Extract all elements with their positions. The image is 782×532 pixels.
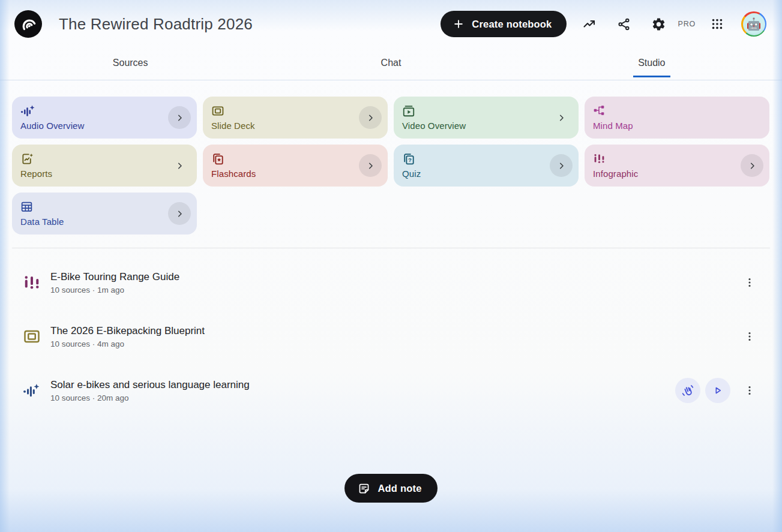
- card-reports[interactable]: Reports: [12, 145, 197, 187]
- tab-chat[interactable]: Chat: [260, 48, 521, 80]
- card-mind-map[interactable]: Mind Map: [585, 97, 769, 139]
- artifact-row-audio-overview[interactable]: Solar e-bikes and serious language learn…: [0, 363, 782, 417]
- note-add-icon: [358, 482, 370, 495]
- infographic-icon: [593, 152, 761, 164]
- artifact-text: E-Bike Touring Range Guide 10 sources · …: [50, 271, 179, 294]
- card-audio-overview[interactable]: Audio Overview: [12, 97, 197, 139]
- chevron-right-button[interactable]: [359, 154, 382, 177]
- artifact-title: The 2026 E-Bikepacking Blueprint: [50, 325, 205, 337]
- notebook-title[interactable]: The Rewired Roadtrip 2026: [59, 15, 253, 34]
- artifact-meta: 10 sources · 4m ago: [50, 339, 205, 348]
- artifact-text: Solar e-bikes and serious language learn…: [50, 379, 250, 402]
- card-video-overview[interactable]: Video Overview: [394, 97, 579, 139]
- notebooklm-app: The Rewired Roadtrip 2026 Create noteboo…: [0, 0, 782, 532]
- studio-card-grid: Audio Overview Slide Deck Video Overview…: [12, 97, 770, 235]
- card-data-table[interactable]: Data Table: [12, 193, 197, 235]
- mind-map-icon: [593, 104, 761, 116]
- slide-deck-icon: [23, 327, 42, 345]
- create-notebook-label: Create notebook: [472, 19, 552, 30]
- share-icon: [617, 17, 631, 31]
- add-note-container: Add note: [0, 474, 782, 503]
- infographic-icon: [23, 273, 42, 291]
- card-infographic[interactable]: Infographic: [585, 145, 769, 187]
- artifact-title: E-Bike Touring Range Guide: [50, 271, 179, 283]
- chevron-right-button[interactable]: [168, 106, 191, 129]
- chevron-right-button[interactable]: [359, 106, 382, 129]
- panel-tabs: Sources Chat Studio: [0, 48, 782, 80]
- artifact-meta: 10 sources · 1m ago: [50, 285, 179, 294]
- flashcards-icon: [211, 152, 379, 164]
- add-note-button[interactable]: Add note: [344, 474, 437, 503]
- google-apps-button[interactable]: [705, 12, 729, 36]
- chevron-right-button[interactable]: [550, 154, 573, 177]
- more-options-button[interactable]: [738, 378, 762, 402]
- trending-up-icon: [582, 17, 597, 31]
- chevron-right-button[interactable]: [168, 202, 191, 225]
- pro-badge: PRO: [678, 20, 696, 28]
- artifact-list: E-Bike Touring Range Guide 10 sources · …: [0, 248, 782, 417]
- audio-waveform-sparkle-icon: [20, 104, 188, 116]
- analytics-button[interactable]: [577, 12, 601, 36]
- plus-icon: [453, 18, 465, 30]
- artifact-row-slide-deck[interactable]: The 2026 E-Bikepacking Blueprint 10 sour…: [0, 309, 782, 363]
- tab-sources[interactable]: Sources: [0, 48, 260, 80]
- slide-deck-icon: [211, 104, 379, 116]
- notebooklm-logo[interactable]: [14, 10, 42, 38]
- share-button[interactable]: [612, 12, 636, 36]
- quiz-icon: ?: [402, 152, 570, 164]
- play-button[interactable]: [705, 378, 730, 403]
- more-options-button[interactable]: [738, 270, 762, 294]
- interactive-mode-icon: [681, 384, 694, 397]
- studio-panel: Audio Overview Slide Deck Video Overview…: [0, 80, 782, 248]
- artifact-meta: 10 sources · 20m ago: [50, 393, 250, 402]
- play-icon: [712, 384, 724, 396]
- artifact-actions: [735, 324, 762, 348]
- card-flashcards[interactable]: Flashcards: [203, 145, 388, 187]
- artifact-title: Solar e-bikes and serious language learn…: [50, 379, 250, 391]
- apps-grid-icon: [711, 17, 724, 31]
- audio-waveform-sparkle-icon: [23, 383, 42, 398]
- add-note-label: Add note: [377, 483, 421, 494]
- data-table-icon: [20, 200, 188, 212]
- avatar-robot-image: 🤖: [743, 13, 765, 35]
- artifact-actions: [675, 378, 762, 403]
- gear-icon: [651, 17, 666, 32]
- more-options-button[interactable]: [738, 324, 762, 348]
- chevron-right-button[interactable]: [741, 154, 763, 177]
- interactive-mode-button[interactable]: [675, 378, 700, 403]
- artifact-row-infographic[interactable]: E-Bike Touring Range Guide 10 sources · …: [0, 256, 782, 309]
- artifact-actions: [735, 270, 762, 294]
- create-notebook-button[interactable]: Create notebook: [441, 11, 566, 37]
- card-quiz[interactable]: ? Quiz: [394, 145, 579, 187]
- settings-button[interactable]: [647, 12, 671, 36]
- report-sparkle-icon: [20, 152, 188, 164]
- chevron-right-button[interactable]: [550, 106, 573, 129]
- svg-text:?: ?: [408, 157, 412, 163]
- video-overview-icon: [402, 104, 570, 116]
- chevron-right-button[interactable]: [168, 154, 191, 177]
- app-header: The Rewired Roadtrip 2026 Create noteboo…: [0, 0, 782, 48]
- account-avatar[interactable]: 🤖: [741, 11, 766, 37]
- card-slide-deck[interactable]: Slide Deck: [203, 97, 388, 139]
- tab-studio[interactable]: Studio: [522, 48, 782, 80]
- artifact-text: The 2026 E-Bikepacking Blueprint 10 sour…: [50, 325, 205, 348]
